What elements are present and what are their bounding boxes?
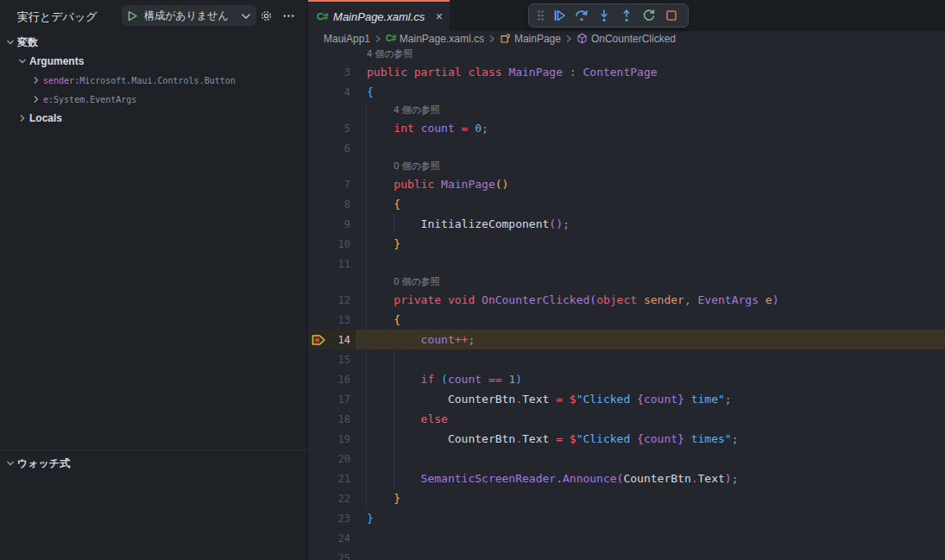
- breakpoint-margin[interactable]: [308, 508, 329, 528]
- breadcrumb-item-file[interactable]: C# MainPage.xaml.cs: [386, 33, 484, 45]
- code-line-15[interactable]: 15: [308, 349, 945, 369]
- run-and-debug-sidebar: 実行とデバッグ 構成がありません: [0, 0, 308, 560]
- code-editor[interactable]: 4 個の参照3public partial class MainPage : C…: [308, 46, 945, 560]
- code-line-5[interactable]: 5 int count = 0;: [308, 118, 945, 138]
- tree-item-locals[interactable]: Locals: [0, 109, 307, 128]
- line-number: 13: [329, 314, 350, 326]
- breakpoint-margin[interactable]: [308, 290, 329, 310]
- line-number: 17: [329, 393, 350, 406]
- code-line-19[interactable]: 19 CounterBtn.Text = $"Clicked {count} t…: [308, 429, 945, 449]
- continue-button[interactable]: [548, 5, 570, 26]
- breakpoint-margin[interactable]: [308, 174, 329, 194]
- section-watch[interactable]: ウォッチ式: [0, 454, 307, 473]
- line-number: 14: [329, 334, 350, 346]
- current-code-line-14[interactable]: 14 count++;: [308, 330, 945, 349]
- code-line-4[interactable]: 4{: [308, 82, 945, 102]
- watch-section-label: ウォッチ式: [17, 456, 70, 471]
- breakpoint-margin[interactable]: [308, 194, 329, 214]
- breakpoint-margin[interactable]: [308, 528, 329, 548]
- code-line-17[interactable]: 17 CounterBtn.Text = $"Clicked {count} t…: [308, 389, 945, 409]
- code-line-7[interactable]: 7 public MainPage(): [308, 174, 945, 194]
- codelens-references[interactable]: 4 個の参照: [308, 102, 945, 118]
- start-debug-icon[interactable]: [127, 10, 138, 22]
- step-out-button[interactable]: [615, 5, 638, 26]
- breakpoint-margin[interactable]: [308, 82, 329, 102]
- breakpoint-current-line-icon[interactable]: [308, 330, 329, 349]
- debug-config-dropdown[interactable]: 構成がありません: [122, 5, 256, 26]
- breakpoint-margin[interactable]: [308, 488, 329, 508]
- code-line-9[interactable]: 9 InitializeComponent();: [308, 214, 945, 234]
- breakpoint-margin[interactable]: [308, 118, 329, 138]
- code-line-16[interactable]: 16 if (count == 1): [308, 369, 945, 389]
- chevron-right-icon: [375, 35, 381, 43]
- line-number: 11: [329, 258, 350, 270]
- chevron-down-icon: [3, 459, 17, 468]
- gear-icon[interactable]: [258, 8, 274, 23]
- line-number: 22: [329, 493, 350, 505]
- code-line-18[interactable]: 18 else: [308, 409, 945, 429]
- breakpoint-margin[interactable]: [308, 138, 329, 158]
- code-line-25[interactable]: 25: [308, 548, 945, 560]
- chevron-down-icon: [16, 57, 29, 66]
- more-actions-icon[interactable]: [280, 8, 296, 23]
- breadcrumb-item-class[interactable]: MainPage: [500, 33, 561, 45]
- breakpoint-margin[interactable]: [308, 449, 329, 469]
- tab-mainpage-xaml-cs[interactable]: C# MainPage.xaml.cs ×: [308, 0, 450, 31]
- line-number: 5: [329, 123, 350, 135]
- line-number: 25: [329, 552, 350, 560]
- codelens-references[interactable]: 4 個の参照: [308, 46, 945, 62]
- chevron-right-icon: [29, 95, 43, 104]
- tab-label: MainPage.xaml.cs: [333, 10, 431, 23]
- drag-handle-icon[interactable]: [534, 5, 546, 26]
- variable-row-sender[interactable]: sender: Microsoft.Maui.Controls.Button: [0, 71, 307, 90]
- variable-row-e[interactable]: e: System.EventArgs: [0, 90, 307, 109]
- code-text: else: [350, 409, 448, 429]
- breakpoint-margin[interactable]: [308, 62, 329, 82]
- code-line-11[interactable]: 11: [308, 254, 945, 274]
- debug-config-label: 構成がありません: [144, 9, 241, 23]
- section-variables[interactable]: 変数: [0, 33, 307, 52]
- breakpoint-margin[interactable]: [308, 254, 329, 274]
- breakpoint-margin[interactable]: [308, 369, 329, 389]
- debug-toolbar: [528, 3, 689, 28]
- variables-section-label: 変数: [17, 35, 38, 50]
- breakpoint-margin[interactable]: [308, 389, 329, 409]
- code-line-21[interactable]: 21 SemanticScreenReader.Announce(Counter…: [308, 469, 945, 488]
- watch-section: ウォッチ式: [0, 450, 307, 473]
- code-line-8[interactable]: 8 {: [308, 194, 945, 214]
- code-line-13[interactable]: 13 {: [308, 310, 945, 330]
- code-line-6[interactable]: 6: [308, 138, 945, 158]
- step-into-button[interactable]: [593, 5, 615, 26]
- code-line-24[interactable]: 24: [308, 528, 945, 548]
- close-icon[interactable]: ×: [436, 9, 443, 23]
- code-line-23[interactable]: 23}: [308, 508, 945, 528]
- code-line-10[interactable]: 10 }: [308, 234, 945, 254]
- breakpoint-margin[interactable]: [308, 548, 329, 560]
- codelens-references[interactable]: 0 個の参照: [308, 274, 945, 290]
- codelens-references[interactable]: 0 個の参照: [308, 158, 945, 174]
- tree-item-arguments[interactable]: Arguments: [0, 52, 307, 71]
- breakpoint-margin[interactable]: [308, 349, 329, 369]
- code-text: }: [350, 488, 400, 508]
- code-line-20[interactable]: 20: [308, 449, 945, 469]
- breakpoint-margin[interactable]: [308, 310, 329, 330]
- variable-value: Microsoft.Maui.Controls.Button: [79, 76, 236, 85]
- breadcrumb-item-method[interactable]: OnCounterClicked: [576, 33, 676, 45]
- code-rows: 4 個の参照3public partial class MainPage : C…: [308, 46, 945, 560]
- breakpoint-margin[interactable]: [308, 469, 329, 488]
- stop-button[interactable]: [660, 5, 683, 26]
- line-number: 19: [329, 433, 350, 445]
- code-line-3[interactable]: 3public partial class MainPage : Content…: [308, 62, 945, 82]
- restart-button[interactable]: [638, 5, 660, 26]
- breakpoint-margin[interactable]: [308, 234, 329, 254]
- code-line-12[interactable]: 12 private void OnCounterClicked(object …: [308, 290, 945, 310]
- breakpoint-margin[interactable]: [308, 429, 329, 449]
- line-number: 6: [329, 142, 350, 154]
- step-over-button[interactable]: [570, 5, 593, 26]
- breakpoint-margin[interactable]: [308, 409, 329, 429]
- breakpoint-margin[interactable]: [308, 214, 329, 234]
- breadcrumb-item-project[interactable]: MauiApp1: [324, 33, 370, 45]
- line-number: 16: [329, 374, 350, 386]
- line-number: 15: [329, 354, 350, 366]
- code-line-22[interactable]: 22 }: [308, 488, 945, 508]
